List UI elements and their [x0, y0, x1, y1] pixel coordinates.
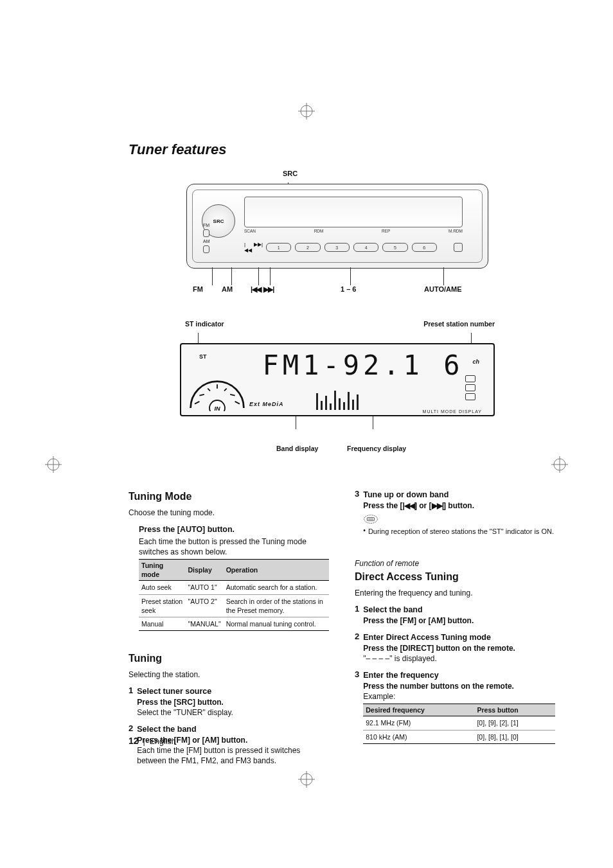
- next-icon: ▶▶|: [254, 242, 263, 253]
- direct-table: Desired frequency Press button 92.1 MHz …: [363, 704, 555, 744]
- step-number: 1: [129, 686, 133, 718]
- crop-mark-right: [551, 456, 568, 473]
- callout-st-indicator: ST indicator: [185, 320, 224, 328]
- lcd-dial-icon: IN: [188, 375, 247, 411]
- table-cell: [0], [8], [1], [0]: [474, 730, 555, 743]
- heading-direct-access: Direct Access Tuning: [355, 570, 555, 584]
- table-cell: Search in order of the stations in the P…: [224, 594, 329, 617]
- step-title: Tune up or down band: [363, 490, 555, 500]
- step-title: Enter Direct Access Tuning mode: [363, 632, 555, 643]
- bullet-icon: •: [363, 527, 366, 536]
- svg-line-12: [195, 402, 199, 404]
- table-header: Tuning mode: [139, 560, 185, 581]
- table-cell: Automatic search for a station.: [224, 581, 329, 594]
- step-instr: Press the [DIRECT] button on the remote.: [363, 643, 555, 653]
- step-instr: Press the [SRC] button.: [137, 697, 329, 707]
- callout-am: AM: [222, 285, 233, 293]
- num-btn-6: 6: [412, 243, 437, 252]
- table-cell: "MANUAL": [185, 617, 223, 630]
- note-icon: [363, 513, 555, 524]
- table-cell: Preset station seek: [139, 594, 185, 617]
- mid-rdm: RDM: [314, 229, 324, 233]
- heading-tuning: Tuning: [129, 651, 329, 666]
- step-body-text: Each time the [FM] button is pressed it …: [137, 745, 329, 766]
- page-footer: 12 | English: [129, 736, 176, 746]
- callout-band-display: Band display: [276, 445, 318, 452]
- lcd-in: IN: [214, 405, 220, 411]
- mid-rep: REP: [382, 229, 390, 233]
- table-cell: "AUTO 2": [185, 594, 223, 617]
- page-number: 12: [129, 736, 139, 746]
- am-chip-label: AM: [203, 238, 230, 245]
- callout-src: SRC: [283, 170, 298, 177]
- tuning-mode-body: Each time the button is pressed the Tuni…: [139, 536, 329, 557]
- crop-mark-bottom: [298, 771, 315, 788]
- svg-line-18: [235, 402, 240, 404]
- step-title: Select the band: [363, 605, 555, 616]
- step-number: 3: [355, 490, 359, 536]
- right-column: 3 Tune up or down band Press the [|◀◀] o…: [355, 490, 555, 766]
- svg-line-14: [208, 389, 210, 391]
- lcd-diagram: ST indicator Preset station number ST FM…: [180, 320, 495, 461]
- crop-mark-top: [298, 103, 315, 120]
- step-title: Enter the frequency: [363, 670, 555, 681]
- num-btn-4: 4: [353, 243, 378, 252]
- svg-line-13: [199, 394, 204, 396]
- table-cell: [0], [9], [2], [1]: [474, 716, 555, 730]
- num-btn-2: 2: [295, 243, 320, 252]
- am-chip: [203, 245, 209, 253]
- callout-preset-number: Preset station number: [423, 320, 495, 328]
- step-title: Select the band: [137, 724, 329, 735]
- fm-chip-label: FM: [203, 222, 230, 229]
- prev-icon: |◀◀: [244, 242, 252, 253]
- prev-icon: |◀◀: [403, 501, 414, 510]
- svg-line-16: [224, 389, 227, 391]
- mid-scan: SCAN: [244, 229, 256, 233]
- lcd-ch: ch: [472, 359, 479, 365]
- lcd-ext-media: Ext MeDiA: [249, 401, 284, 407]
- tuning-intro: Selecting the station.: [129, 669, 329, 680]
- num-btn-3: 3: [324, 243, 350, 252]
- step-body-text: Select the "TUNER" display.: [137, 707, 329, 718]
- table-cell: Auto seek: [139, 581, 185, 594]
- tuning-mode-intro: Choose the tuning mode.: [129, 508, 329, 518]
- step-number: 2: [355, 632, 359, 664]
- table-header: Operation: [224, 560, 329, 581]
- step-instr: Press the [|◀◀] or [▶▶|] button.: [363, 500, 555, 511]
- step-title: Select tuner source: [137, 686, 329, 697]
- callout-fm: FM: [193, 285, 203, 293]
- note-text: During reception of stereo stations the …: [368, 527, 554, 536]
- device-box: SRC FM AM SCAN RDM REP M.RDM |◀◀: [186, 184, 488, 269]
- function-of-remote-label: Function of remote: [355, 558, 555, 569]
- table-cell: "AUTO 1": [185, 581, 223, 594]
- svg-line-17: [230, 394, 235, 396]
- lcd-readout: FM1-92.1 6: [252, 350, 474, 380]
- table-cell: 92.1 MHz (FM): [363, 716, 474, 730]
- lcd-st: ST: [199, 353, 207, 360]
- step-number: 3: [355, 670, 359, 744]
- tuning-mode-table: Tuning mode Display Operation Auto seek …: [139, 559, 329, 631]
- callout-prev-next: |◀◀ ▶▶|: [251, 285, 274, 294]
- lcd-slot-icon: [465, 393, 475, 400]
- step-body-text: Example:: [363, 691, 555, 702]
- mid-mrdm: M.RDM: [449, 229, 463, 233]
- device-diagram: SRC SRC FM AM SCAN RDM REP M.RDM: [186, 170, 488, 302]
- auto-btn-chip: [454, 243, 463, 252]
- step-body-text: "– – – –" is displayed.: [363, 653, 555, 664]
- table-header: Press button: [474, 704, 555, 716]
- lcd-slot-icon: [465, 375, 475, 382]
- callout-frequency-display: Frequency display: [347, 445, 406, 452]
- next-icon: ▶▶|: [432, 501, 443, 510]
- section-title: Tuner features: [129, 141, 555, 158]
- direct-intro: Entering the frequency and tuning.: [355, 588, 555, 598]
- table-cell: Manual: [139, 617, 185, 630]
- step-instr: Press the [FM] or [AM] button.: [363, 616, 555, 626]
- table-header: Display: [185, 560, 223, 581]
- num-btn-1: 1: [266, 243, 291, 252]
- table-header: Desired frequency: [363, 704, 474, 716]
- callout-auto: AUTO/AME: [424, 285, 461, 293]
- crop-mark-left: [45, 456, 62, 473]
- lcd-mode-strip: MULTI MODE DISPLAY: [423, 409, 482, 414]
- step-instr: Press the number buttons on the remote.: [363, 681, 555, 691]
- left-column: Tuning Mode Choose the tuning mode. Pres…: [129, 490, 329, 766]
